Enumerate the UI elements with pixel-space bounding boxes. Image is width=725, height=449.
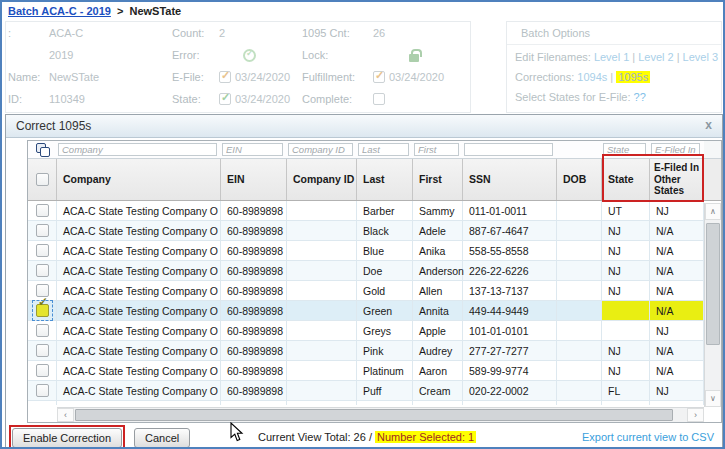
cell-last: Gold (357, 281, 413, 300)
complete-checkbox[interactable] (373, 93, 385, 105)
filter-company-id[interactable] (288, 143, 353, 156)
horizontal-scroll-thumb[interactable] (75, 409, 673, 421)
corrections-1094s-link[interactable]: 1094s (577, 71, 607, 83)
cell-company-id (287, 261, 357, 280)
table-row[interactable]: ACA-C State Testing Company O60-8989898D… (28, 261, 721, 281)
table-row[interactable]: ACA-C State Testing Company O60-8989898P… (28, 361, 721, 381)
row-checkbox[interactable] (36, 304, 49, 317)
cell-dob (557, 261, 602, 280)
cell-dob (557, 321, 602, 340)
count-value: 2 (219, 27, 225, 39)
table-row[interactable]: ACA-C State Testing Company O60-8989898B… (28, 221, 721, 241)
cell-ein: 60-8989898 (221, 281, 287, 300)
export-csv-link[interactable]: Export current view to CSV (582, 431, 714, 443)
table-row[interactable]: ACA-C State Testing Company O60-8989898G… (28, 321, 721, 341)
table-row[interactable]: ACA-C State Testing Company O60-8989898G… (28, 301, 721, 321)
column-header-dob[interactable]: DOB (557, 159, 602, 200)
row-checkbox-cell[interactable] (28, 321, 57, 340)
row-checkbox[interactable] (36, 264, 49, 277)
row-checkbox-cell[interactable] (28, 361, 57, 380)
cancel-button[interactable]: Cancel (134, 428, 190, 448)
scroll-left-icon[interactable] (57, 408, 74, 422)
row-checkbox-cell[interactable] (28, 341, 57, 360)
complete-label: Complete: (302, 93, 368, 105)
table-row[interactable]: ACA-C State Testing Company O60-8989898P… (28, 341, 721, 361)
row-checkbox[interactable] (36, 204, 49, 217)
filter-ssn[interactable] (464, 143, 553, 156)
level-2-link[interactable]: Level 2 (638, 51, 673, 63)
row-checkbox[interactable] (36, 324, 49, 337)
row-checkbox[interactable] (36, 344, 49, 357)
cell-company: ACA-C State Testing Company O (57, 321, 221, 340)
row-checkbox-cell[interactable] (28, 261, 57, 280)
column-header-first[interactable]: First (413, 159, 463, 200)
cell-dob (557, 281, 602, 300)
row-checkbox-cell[interactable] (28, 301, 57, 320)
cell-efiled-other-states: N/A (650, 261, 704, 280)
horizontal-scrollbar[interactable] (57, 407, 704, 422)
scroll-down-icon[interactable] (705, 390, 721, 407)
cell-state (602, 321, 650, 340)
cnt1095-label: 1095 Cnt: (302, 27, 368, 39)
row-checkbox-cell[interactable] (28, 221, 57, 240)
batch-options-title: Batch Options (521, 27, 590, 39)
fulfillment-checkbox[interactable] (373, 71, 385, 83)
row-checkbox[interactable] (36, 384, 49, 397)
level-1-link[interactable]: Level 1 (594, 51, 629, 63)
select-states-link[interactable]: ?? (634, 91, 646, 103)
batch-name-value: NewSTate (49, 71, 99, 83)
select-all-header-cell[interactable] (28, 159, 57, 200)
cell-first: Anderson (413, 261, 463, 280)
column-header-ssn[interactable]: SSN (463, 159, 557, 200)
column-header-state[interactable]: State (602, 159, 650, 200)
select-all-pages-icon[interactable] (36, 143, 49, 156)
filter-first[interactable] (414, 143, 459, 156)
grid-filter-row (28, 141, 721, 159)
cell-ssn: 277-27-7277 (463, 341, 557, 360)
efile-date: 03/24/2020 (235, 71, 290, 83)
column-header-efiled-other-states[interactable]: E-Filed In Other States (650, 159, 704, 200)
cell-ein: 60-8989898 (221, 261, 287, 280)
column-header-company[interactable]: Company (57, 159, 221, 200)
breadcrumb-batch-link[interactable]: Batch ACA-C - 2019 (8, 5, 111, 17)
table-row[interactable]: ACA-C State Testing Company O60-8989898B… (28, 241, 721, 261)
scroll-right-icon[interactable] (687, 408, 704, 422)
filter-efiled-other-states[interactable] (651, 143, 700, 156)
cell-state: NJ (602, 261, 650, 280)
vertical-scroll-thumb[interactable] (706, 223, 720, 345)
row-checkbox[interactable] (36, 364, 49, 377)
cell-efiled-other-states: N/A (650, 241, 704, 260)
filter-company[interactable] (58, 143, 217, 156)
corrections-1095s-link[interactable]: 1095s (616, 71, 650, 83)
row-checkbox-cell[interactable] (28, 241, 57, 260)
cell-last: Doe (357, 261, 413, 280)
annotation-enable-correction: Enable Correction (9, 425, 125, 449)
row-checkbox[interactable] (36, 244, 49, 257)
filter-last[interactable] (358, 143, 409, 156)
enable-correction-button[interactable]: Enable Correction (12, 428, 122, 448)
efile-checkbox[interactable] (219, 71, 231, 83)
select-all-cell[interactable] (28, 141, 57, 158)
vertical-scrollbar[interactable] (704, 203, 721, 407)
row-checkbox-cell[interactable] (28, 201, 57, 220)
table-row[interactable]: ACA-C State Testing Company O60-8989898P… (28, 381, 721, 401)
scroll-up-icon[interactable] (705, 203, 721, 220)
error-ok-icon (243, 49, 256, 62)
row-checkbox[interactable] (36, 224, 49, 237)
cell-company: ACA-C State Testing Company O (57, 281, 221, 300)
column-header-company-id[interactable]: Company ID (287, 159, 357, 200)
table-row[interactable]: ACA-C State Testing Company O60-8989898B… (28, 201, 721, 221)
column-header-last[interactable]: Last (357, 159, 413, 200)
table-row[interactable]: ACA-C State Testing Company O60-8989898G… (28, 281, 721, 301)
filter-state[interactable] (603, 143, 646, 156)
level-3-link[interactable]: Level 3 (683, 51, 718, 63)
column-header-ein[interactable]: EIN (221, 159, 287, 200)
close-icon[interactable]: x (705, 118, 712, 132)
state-checkbox[interactable] (219, 93, 231, 105)
dialog-titlebar: Correct 1095s x (6, 115, 722, 138)
error-label: Error: (172, 49, 214, 61)
select-all-checkbox[interactable] (36, 173, 49, 186)
filter-ein[interactable] (222, 143, 283, 156)
cell-ein: 60-8989898 (221, 321, 287, 340)
row-checkbox-cell[interactable] (28, 381, 57, 400)
